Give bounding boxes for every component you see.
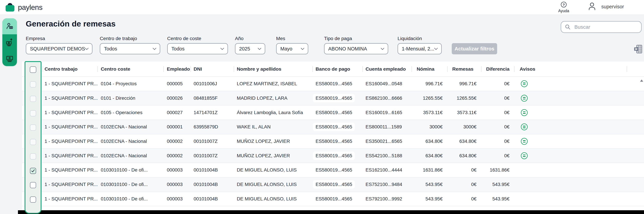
row-checkbox[interactable] (30, 182, 36, 188)
cell-nombre: MADRID LOPEZ, LARA (234, 95, 312, 101)
cell-nomina: 543.95€ (412, 182, 447, 187)
cell-nombre: DE MIGUEL ALONSO, LUIS (234, 167, 312, 173)
cell-centro-trabajo: 1 - SQUAREPOINT PR... (42, 110, 98, 115)
cell-cuenta-empleado: ES160019...6165 (362, 110, 412, 115)
column-separator (447, 66, 448, 72)
cell-nomina: 543.95€ (412, 196, 447, 202)
table-row: 1 - SQUAREPOINT PR...0102ECNA - Nacional… (22, 149, 644, 163)
cell-nomina: 1265.55€ (412, 95, 447, 101)
tipo-paga-select[interactable]: ABONO NOMINA (324, 43, 388, 54)
banco-editable-value[interactable]: ES580019...4565 (313, 108, 355, 117)
cell-cuenta-empleado: ES542100...5188 (362, 153, 412, 158)
filter-mes: Mes Mayo (276, 36, 308, 54)
cell-dni: 00101004B (190, 196, 234, 202)
col-header-centro-trabajo[interactable]: Centro trabajo (42, 66, 98, 72)
col-header-diferencia[interactable]: Diferencia (481, 66, 514, 72)
app-root: paylens ? Ayuda supervisor (0, 0, 644, 214)
cell-centro-trabajo: 1 - SQUAREPOINT PR... (42, 81, 98, 86)
cell-cuenta-empleado: ES162100...4444 (362, 167, 412, 173)
column-separator (412, 66, 412, 72)
row-checkbox (30, 96, 36, 102)
cell-empleado: 000003 (164, 167, 190, 173)
app-logo[interactable]: paylens (5, 2, 42, 12)
banco-editable-value[interactable]: ES580019...4565 (313, 180, 355, 189)
cell-nombre: MUÑOZ LOPEZ, JAVIER (234, 153, 312, 158)
row-checkbox (30, 153, 36, 159)
banco-editable-value[interactable]: ES580019...4565 (313, 79, 355, 88)
scrollbar-up-arrow[interactable] (640, 79, 643, 82)
col-header-centro-coste[interactable]: Centro coste (98, 66, 164, 72)
cell-remesas: 1265.55€ (447, 95, 481, 101)
empresa-select[interactable]: SQUAREPOINT DEMOS (26, 43, 92, 54)
banco-editable-value[interactable]: ES580019...4565 (313, 166, 355, 174)
help-button[interactable]: ? Ayuda (557, 1, 570, 13)
sidebar-item-payroll[interactable] (2, 50, 17, 66)
cell-centro-coste: 0102ECNA - Nacional (98, 139, 164, 144)
banco-editable-value[interactable]: ES580019...4565 (313, 137, 355, 146)
cell-centro-coste: 0103010100 - De ofi... (98, 196, 164, 202)
cell-empleado: 000002 (164, 139, 190, 144)
cell-banco-de-pago: ES580019...4565 (312, 180, 362, 189)
filter-label: Liquidación (398, 36, 442, 43)
chevron-down-icon (220, 48, 224, 50)
cell-diferencia: 543.95€ (481, 182, 514, 187)
cell-nombre: Álvarez Lamboglia, Laura Sofía (234, 110, 312, 115)
row-checkbox (30, 81, 36, 87)
cell-avisos (514, 152, 536, 159)
user-menu[interactable]: supervisor (588, 2, 624, 11)
filter-label: Centro de coste (167, 36, 228, 43)
col-header-remesas[interactable]: Remesas (447, 66, 481, 72)
cell-nomina: 634.80€ (412, 153, 447, 158)
cell-diferencia: 0€ (481, 110, 514, 115)
cell-centro-trabajo: 1 - SQUAREPOINT PR... (42, 167, 98, 173)
table-row: 1 - SQUAREPOINT PR...0102ECNA - Nacional… (22, 134, 644, 149)
banco-editable-value[interactable]: ES580019...4565 (313, 94, 355, 102)
sidebar-item-remittances[interactable] (2, 34, 17, 50)
cell-nomina: 996.71€ (412, 81, 447, 86)
cell-banco-de-pago: ES580019...4565 (312, 195, 362, 203)
excel-export-icon[interactable] (634, 45, 643, 54)
col-header-banco[interactable]: Banco de pago (312, 66, 362, 72)
update-filters-button[interactable]: Actualizar filtros (452, 43, 497, 54)
col-header-empleado[interactable]: Empleado (164, 66, 190, 72)
banco-editable-value[interactable]: ES580019...4565 (313, 123, 355, 131)
row-checkbox[interactable] (30, 168, 36, 174)
filter-label: Tipo de paga (324, 36, 388, 43)
col-header-nomina[interactable]: Nómina (412, 66, 447, 72)
banco-editable-value[interactable]: ES580019...4565 (313, 152, 355, 160)
row-checkbox[interactable] (30, 196, 36, 203)
cell-nomina: 3000€ (412, 124, 447, 130)
sidebar (2, 18, 17, 66)
centro-coste-select[interactable]: Todos (167, 43, 228, 54)
mes-select[interactable]: Mayo (276, 43, 308, 54)
col-header-dni[interactable]: DNI (190, 66, 234, 72)
cell-empleado: 000003 (164, 182, 190, 187)
briefcase-logo-icon (5, 2, 15, 12)
col-header-avisos[interactable]: Avisos (514, 66, 536, 72)
col-header-cuenta[interactable]: Cuenta empleado (362, 66, 412, 72)
table-row: 1 - SQUAREPOINT PR...0102ECNA - Nacional… (22, 120, 644, 134)
cell-remesas: 996.71€ (447, 81, 481, 86)
chevron-down-icon (152, 48, 156, 50)
chevron-down-icon (258, 48, 261, 50)
cell-centro-trabajo: 1 - SQUAREPOINT PR... (42, 95, 98, 101)
select-all-checkbox[interactable] (30, 66, 36, 73)
banco-editable-value[interactable]: ES580019...4565 (313, 195, 355, 203)
selection-column-highlight (24, 61, 42, 214)
topbar: paylens ? Ayuda supervisor (0, 0, 644, 15)
centro-trabajo-select[interactable]: Todos (100, 43, 160, 54)
cell-diferencia: 1631.86€ (481, 167, 514, 173)
search-input[interactable] (574, 24, 640, 30)
equal-badge-icon (521, 152, 528, 159)
cell-remesas: 0€ (447, 167, 481, 173)
sidebar-item-employee-payments[interactable] (2, 18, 17, 34)
cell-diferencia: 0€ (481, 139, 514, 144)
liquidacion-select[interactable]: 1-Mensual, 2... (398, 43, 442, 54)
cell-banco-de-pago: ES580019...4565 (312, 137, 362, 146)
column-separator (362, 66, 363, 72)
cell-diferencia: 0€ (481, 153, 514, 158)
column-separator (98, 66, 98, 72)
col-header-nombre[interactable]: Nombre y apellidos (234, 66, 312, 72)
table-row: 1 - SQUAREPOINT PR...0104 - Proyectos000… (22, 77, 644, 91)
ano-select[interactable]: 2025 (235, 43, 265, 54)
